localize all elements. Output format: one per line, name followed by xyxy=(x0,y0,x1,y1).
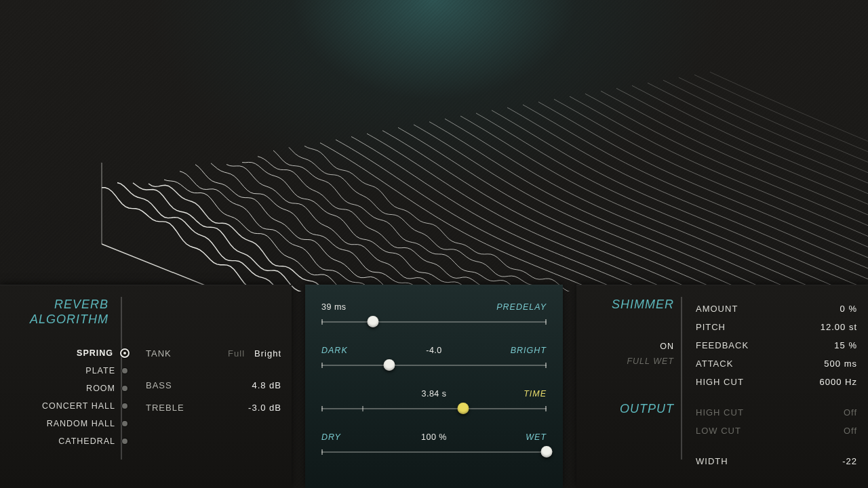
shimmer-title: SHIMMER xyxy=(585,297,674,312)
reverb-waterfall-display xyxy=(0,0,868,291)
algorithm-label: SPRING xyxy=(77,348,113,358)
time-thumb[interactable] xyxy=(458,403,469,414)
treble-value: -3.0 dB xyxy=(248,403,281,413)
bass-label: BASS xyxy=(146,380,172,390)
shimmer-on[interactable]: ON xyxy=(585,339,674,354)
radio-dot-icon xyxy=(122,439,127,444)
color-right-cap: BRIGHT xyxy=(506,346,547,355)
mix-slider[interactable]: DRY 100 % WET xyxy=(321,432,547,473)
time-right-cap: TIME xyxy=(506,389,547,399)
tank-label: TANK xyxy=(146,348,172,359)
algorithm-spring[interactable]: SPRING xyxy=(0,344,132,362)
algorithm-title: REVERB ALGORITHM xyxy=(20,297,108,327)
param-name: HIGH CUT xyxy=(696,377,744,387)
param-value: 0 % xyxy=(840,304,857,314)
mix-left-cap: DRY xyxy=(321,432,362,442)
param-name: LOW CUT xyxy=(696,426,741,436)
param-name: PITCH xyxy=(696,322,726,332)
color-value: -4.0 xyxy=(426,346,442,355)
time-slider[interactable]: 3.84 s TIME xyxy=(321,389,547,430)
algorithm-plate[interactable]: PLATE xyxy=(0,362,132,380)
algorithm-label: CATHEDRAL xyxy=(58,436,115,446)
time-tick xyxy=(362,406,363,411)
algorithm-label: PLATE xyxy=(85,366,115,375)
algorithm-label: CONCERT HALL xyxy=(42,401,115,411)
predelay-thumb[interactable] xyxy=(368,316,379,327)
algorithm-label: ROOM xyxy=(86,384,115,393)
tank-options: FullBright xyxy=(228,348,281,359)
tank-option-full[interactable]: Full xyxy=(228,348,245,359)
color-left-cap: DARK xyxy=(321,346,362,355)
control-panels: REVERB ALGORITHM SPRINGPLATEROOMCONCERT … xyxy=(0,285,868,488)
color-thumb[interactable] xyxy=(383,359,395,371)
algorithm-concert-hall[interactable]: CONCERT HALL xyxy=(0,397,132,415)
predelay-value: 39 ms xyxy=(321,302,347,312)
param-name: HIGH CUT xyxy=(696,407,744,418)
slider-stack: 39 ms PREDELAY DARK -4.0 BRIGHT 3.84 xyxy=(321,302,547,488)
output-title: OUTPUT xyxy=(585,401,674,416)
shimmer-output-panel: SHIMMER ON FULL WET OUTPUT AMOUNT0 %PITC… xyxy=(576,285,868,488)
param-name: FEEDBACK xyxy=(696,340,749,350)
radio-dot-icon xyxy=(122,386,127,391)
shimmer-pitch[interactable]: PITCH12.00 st xyxy=(696,318,857,336)
mix-thumb[interactable] xyxy=(541,446,553,458)
right-rail xyxy=(681,297,682,460)
algorithm-room[interactable]: ROOM xyxy=(0,380,132,397)
param-value: Off xyxy=(844,407,857,418)
predelay-slider[interactable]: 39 ms PREDELAY xyxy=(321,302,547,343)
tank-option-bright[interactable]: Bright xyxy=(254,348,281,359)
output-high-cut[interactable]: HIGH CUTOff xyxy=(696,403,857,422)
shimmer-toggle: ON FULL WET xyxy=(585,339,674,369)
time-value: 3.84 s xyxy=(421,389,446,399)
parameter-list: AMOUNT0 %PITCH12.00 stFEEDBACK15 %ATTACK… xyxy=(696,300,857,470)
param-name: ATTACK xyxy=(696,359,733,369)
param-name: WIDTH xyxy=(696,456,728,466)
color-slider[interactable]: DARK -4.0 BRIGHT xyxy=(321,346,547,386)
tank-row: TANK FullBright xyxy=(146,348,281,371)
mix-value: 100 % xyxy=(421,432,447,442)
radio-dot-icon xyxy=(122,421,127,426)
treble-label: TREBLE xyxy=(146,403,184,413)
algorithm-label: RANDOM HALL xyxy=(47,419,115,428)
shimmer-high-cut[interactable]: HIGH CUT6000 Hz xyxy=(696,373,857,391)
shimmer-feedback[interactable]: FEEDBACK15 % xyxy=(696,336,857,354)
shimmer-attack[interactable]: ATTACK500 ms xyxy=(696,354,857,373)
algorithm-cathedral[interactable]: CATHEDRAL xyxy=(0,432,132,450)
main-slider-panel: 39 ms PREDELAY DARK -4.0 BRIGHT 3.84 xyxy=(305,285,563,488)
param-value: 500 ms xyxy=(824,359,857,369)
shimmer-fullwet[interactable]: FULL WET xyxy=(585,354,674,369)
mix-right-cap: WET xyxy=(506,432,547,442)
output-width[interactable]: WIDTH-22 xyxy=(696,452,857,470)
radio-dot-icon xyxy=(120,348,130,358)
algorithm-list: SPRINGPLATEROOMCONCERT HALLRANDOM HALLCA… xyxy=(0,344,132,450)
algorithm-random-hall[interactable]: RANDOM HALL xyxy=(0,415,132,432)
param-value: 15 % xyxy=(834,340,857,350)
tone-controls: TANK FullBright BASS 4.8 dB TREBLE -3.0 … xyxy=(146,348,281,425)
predelay-right-cap: PREDELAY xyxy=(496,302,547,312)
param-value: 6000 Hz xyxy=(820,377,857,387)
radio-dot-icon xyxy=(122,403,127,409)
treble-row[interactable]: TREBLE -3.0 dB xyxy=(146,403,281,425)
param-value: Off xyxy=(844,426,857,436)
bass-row[interactable]: BASS 4.8 dB xyxy=(146,380,281,403)
param-value: 12.00 st xyxy=(821,322,857,332)
time-left-cap xyxy=(321,389,362,399)
radio-dot-icon xyxy=(122,368,127,373)
param-value: -22 xyxy=(842,456,857,466)
algorithm-panel: REVERB ALGORITHM SPRINGPLATEROOMCONCERT … xyxy=(0,285,292,488)
shimmer-amount[interactable]: AMOUNT0 % xyxy=(696,300,857,318)
right-header-col: SHIMMER ON FULL WET OUTPUT xyxy=(585,297,674,416)
param-name: AMOUNT xyxy=(696,304,738,314)
bass-value: 4.8 dB xyxy=(252,380,281,390)
output-low-cut[interactable]: LOW CUTOff xyxy=(696,422,857,440)
